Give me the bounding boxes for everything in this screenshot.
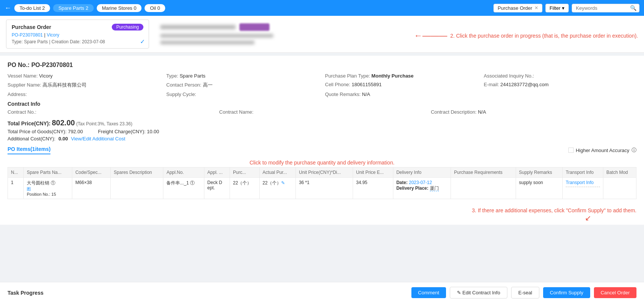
info-grid-1: Vessel Name: Vicory Type: Spare Parts Pu… [8, 73, 636, 79]
purchase-order-tag: Purchase Order ✕ [493, 4, 542, 12]
col-purchase-req: Purchase Requirements [451, 167, 516, 178]
goods-price-label: Total Price of Goods(CNY): [8, 129, 67, 134]
filter-button[interactable]: Filter ▾ [545, 4, 569, 12]
type-label: Type: [166, 73, 178, 79]
freight-label: Freight Charge(CNY): [98, 129, 145, 134]
goods-price-value: 792.00 [68, 129, 83, 134]
po-number-value: PO-P23070801 [31, 62, 73, 68]
search-input[interactable] [572, 4, 639, 12]
vessel-value: Vicory [39, 73, 53, 79]
supplier-info: Supplier Name: 高乐高科技有限公司 [8, 82, 160, 88]
col-purc: Purc... [230, 167, 259, 178]
contract-desc-info: Contract Description: N/A [431, 109, 636, 115]
address-label: Address: [8, 91, 27, 97]
tab-spare-parts[interactable]: Spare Parts 2 [53, 4, 94, 12]
col-unit-price-e: Unit Price E... [353, 167, 393, 178]
search-icon: 🔍 [630, 5, 636, 11]
plan-type-info: Purchase Plan Type: Monthly Purchase [325, 73, 478, 79]
annotation-3: 3. If there are additional expenses, cli… [0, 205, 644, 225]
col-appl-dept: Appl. ... [204, 167, 230, 178]
delivery-place-value: 厦门 [430, 186, 439, 191]
freight-value: 10.00 [147, 129, 159, 134]
cell-delivery: Date: 2023-07-12 Delivery Place: 厦门 [393, 178, 451, 199]
spare-name-text: 大号圆柱销 ① [27, 180, 69, 186]
items-table: N... Spare Parts Na... Code/Spec... Spar… [8, 167, 636, 199]
cell-actual-pur: 22（个）✎ [259, 178, 296, 199]
vessel-info: Vessel Name: Vicory [8, 73, 160, 79]
annotation-2: Click to modify the purchase quantity an… [8, 156, 636, 167]
position-no: Position No.: 15 [27, 192, 69, 196]
col-supply-remarks: Supply Remarks [516, 167, 562, 178]
supplier-label: Supplier Name: [8, 82, 41, 88]
po-card-area: Purchase Order Purchasing PO-P23070801 |… [0, 16, 644, 53]
cell-purc: 22（个） [230, 178, 259, 199]
po-card-link[interactable]: PO-P23070801 [12, 32, 43, 38]
po-card[interactable]: Purchase Order Purchasing PO-P23070801 |… [6, 20, 149, 49]
email-label: E-mail: [484, 82, 499, 87]
goods-price: Total Price of Goods(CNY): 792.00 [8, 129, 83, 134]
col-appl-no: Appl.No. [163, 167, 204, 178]
assoc-inquiry-info: Associated Inquiry No.: [484, 73, 636, 79]
cell-appl-dept: Deck Dept. [204, 178, 230, 199]
tag-close-icon[interactable]: ✕ [534, 5, 538, 11]
po-card-info: Type: Spare Parts | Creation Date: 2023-… [12, 39, 143, 44]
higher-amount-info-icon: ⓘ [632, 147, 636, 154]
items-table-wrapper: N... Spare Parts Na... Code/Spec... Spar… [8, 167, 636, 199]
transport-info-link[interactable]: Transport Info [566, 180, 594, 185]
spare-name-img[interactable]: 图 [27, 186, 69, 192]
contact-info: Contact Person: 高一 [166, 82, 319, 88]
additional-cost: Additional Cost(CNY): 0.00 View/Edit Add… [8, 136, 636, 142]
total-price-value: 802.00 [52, 119, 75, 127]
contract-info-title: Contract Info [8, 101, 636, 107]
tab-todo[interactable]: To-do List 2 [14, 4, 50, 12]
supply-cycle-info: Supply Cycle: [166, 91, 319, 97]
detail-area: PO No.: PO-P23070801 Vessel Name: Vicory… [0, 56, 644, 205]
back-button[interactable]: ← [5, 4, 11, 12]
purchase-order-tag-label: Purchase Order [498, 5, 532, 11]
po-number-label: PO No.: [8, 62, 30, 68]
view-edit-additional-cost-link[interactable]: View/Edit Additional Cost [71, 136, 125, 142]
po-type-value: Spare Parts [24, 39, 48, 44]
cell-appl-no: 备件串..._1 ① [163, 178, 204, 199]
quote-remarks-value: N/A [362, 91, 370, 97]
total-price-label: Total Price(CNY): [8, 120, 50, 126]
po-items-title: PO Items(1items) [8, 146, 50, 154]
contact-value: 高一 [203, 82, 213, 88]
purchasing-badge: Purchasing [112, 24, 143, 30]
col-spare-name: Spare Parts Na... [24, 167, 72, 178]
total-price-row: Total Price(CNY): 802.00 (Tax Point:3%, … [8, 119, 636, 127]
col-transport: Transport Info [562, 167, 603, 178]
tab-marine-stores[interactable]: Marine Stores 0 [97, 4, 142, 12]
delivery-date-link[interactable]: 2023-07-12 [409, 180, 432, 185]
supplier-value: 高乐高科技有限公司 [43, 82, 87, 88]
cell-transport: Transport Info [562, 178, 603, 199]
higher-amount-checkbox[interactable] [568, 148, 574, 153]
quote-remarks-label: Quote Remarks: [325, 91, 361, 97]
cell-supply-remarks: supply soon [516, 178, 562, 199]
po-items-header: PO Items(1items) Higher Amount Accuracy … [8, 146, 636, 154]
plan-type-value: Monthly Purchase [371, 73, 414, 79]
plan-type-label: Purchase Plan Type: [325, 73, 370, 79]
cell-code: M66×38 [72, 178, 111, 199]
cell-desc [111, 178, 163, 199]
email-info: E-mail: 2441283772@qq.com [484, 82, 636, 88]
po-card-vendor[interactable]: Vicory [47, 32, 59, 38]
email-value: 2441283772@qq.com [500, 82, 548, 87]
delivery-place-row: Delivery Place: 厦门 [396, 185, 448, 192]
col-desc: Spares Description [111, 167, 163, 178]
cell-purchase-req [451, 178, 516, 199]
tab-oil[interactable]: Oil 0 [145, 4, 165, 12]
col-actual-pur: Actual Pur... [259, 167, 296, 178]
address-info: Address: [8, 91, 160, 97]
cell-info: Cell Phone: 18061155891 [325, 82, 478, 88]
contract-desc-value: N/A [478, 109, 486, 115]
higher-amount-accuracy: Higher Amount Accuracy ⓘ [568, 147, 636, 154]
info-icon-1: ① [51, 180, 55, 186]
appl-no-info: ① [190, 180, 195, 186]
col-no: N... [8, 167, 24, 178]
quote-remarks-info: Quote Remarks: N/A [325, 91, 478, 97]
top-bar: ← To-do List 2 Spare Parts 2 Marine Stor… [0, 0, 644, 16]
add-cost-label: Additional Cost(CNY): [8, 136, 55, 142]
actual-pur-edit-icon[interactable]: ✎ [281, 180, 285, 186]
po-type-label: Type: [12, 39, 23, 44]
